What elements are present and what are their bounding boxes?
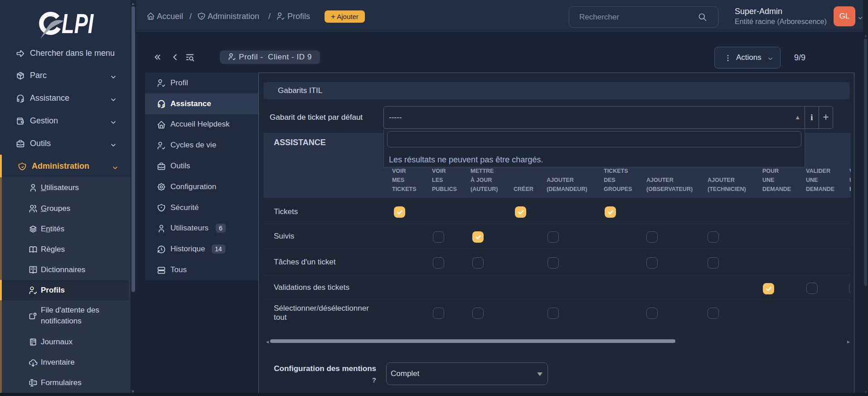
svg-text:LPI: LPI xyxy=(62,10,94,39)
